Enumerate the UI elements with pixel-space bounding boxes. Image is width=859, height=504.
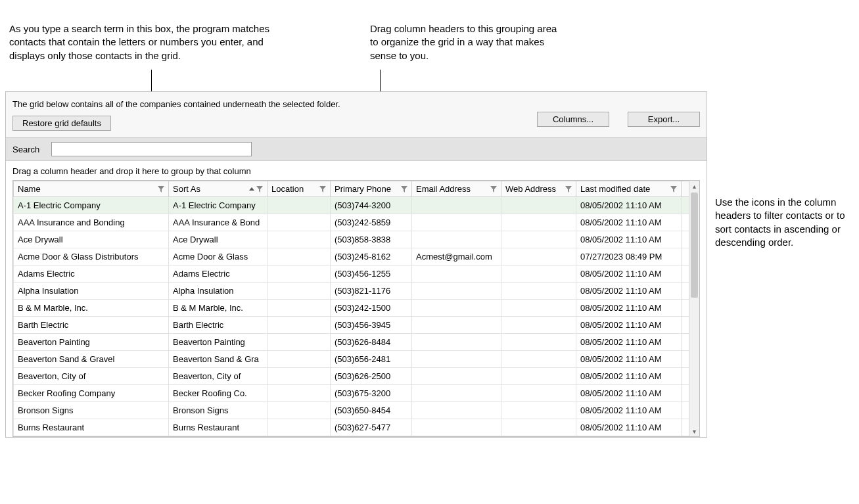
cell-name[interactable]: Acme Door & Glass Distributors — [14, 248, 169, 265]
export-button[interactable]: Export... — [628, 112, 700, 127]
cell-primary-phone[interactable]: (503)626-8484 — [331, 334, 412, 351]
cell-email[interactable] — [412, 231, 501, 248]
cell-email[interactable] — [412, 368, 501, 385]
table-row[interactable]: Beaverton Sand & GravelBeaverton Sand & … — [14, 351, 699, 368]
table-row[interactable]: Acme Door & Glass DistributorsAcme Door … — [14, 248, 699, 265]
cell-name[interactable]: A-1 Electric Company — [14, 197, 169, 214]
table-row[interactable]: Beaverton PaintingBeaverton Painting(503… — [14, 334, 699, 351]
cell-name[interactable]: Beaverton, City of — [14, 368, 169, 385]
cell-location[interactable] — [267, 317, 331, 334]
cell-sort-as[interactable]: Beaverton Sand & Gra — [169, 351, 267, 368]
cell-last-modified[interactable]: 08/05/2002 11:10 AM — [576, 334, 682, 351]
cell-last-modified[interactable]: 08/05/2002 11:10 AM — [576, 317, 682, 334]
cell-email[interactable] — [412, 214, 501, 231]
cell-primary-phone[interactable]: (503)744-3200 — [331, 197, 412, 214]
table-row[interactable]: B & M Marble, Inc.B & M Marble, Inc.(503… — [14, 300, 699, 317]
cell-name[interactable]: Alpha Insulation — [14, 283, 169, 300]
cell-name[interactable]: Bronson Signs — [14, 402, 169, 419]
cell-last-modified[interactable]: 08/05/2002 11:10 AM — [576, 419, 682, 436]
scroll-thumb[interactable] — [691, 193, 698, 298]
cell-web[interactable] — [501, 368, 576, 385]
cell-primary-phone[interactable]: (503)627-5477 — [331, 419, 412, 436]
cell-sort-as[interactable]: Acme Door & Glass — [169, 248, 267, 265]
cell-primary-phone[interactable]: (503)626-2500 — [331, 368, 412, 385]
cell-sort-as[interactable]: Beaverton, City of — [169, 368, 267, 385]
cell-sort-as[interactable]: Bronson Signs — [169, 402, 267, 419]
cell-email[interactable] — [412, 283, 501, 300]
cell-last-modified[interactable]: 08/05/2002 11:10 AM — [576, 197, 682, 214]
group-by-drop-area[interactable]: Drag a column header and drop it here to… — [6, 161, 707, 180]
column-header-primary-phone[interactable]: Primary Phone — [331, 181, 412, 197]
cell-name[interactable]: Beaverton Painting — [14, 334, 169, 351]
cell-sort-as[interactable]: Alpha Insulation — [169, 283, 267, 300]
cell-name[interactable]: Ace Drywall — [14, 231, 169, 248]
cell-location[interactable] — [267, 351, 331, 368]
cell-name[interactable]: Beaverton Sand & Gravel — [14, 351, 169, 368]
columns-button[interactable]: Columns... — [537, 112, 609, 127]
cell-web[interactable] — [501, 283, 576, 300]
filter-icon[interactable] — [319, 186, 326, 193]
cell-primary-phone[interactable]: (503)675-3200 — [331, 385, 412, 402]
cell-location[interactable] — [267, 402, 331, 419]
cell-email[interactable] — [412, 385, 501, 402]
cell-web[interactable] — [501, 300, 576, 317]
cell-location[interactable] — [267, 197, 331, 214]
cell-sort-as[interactable]: Burns Restaurant — [169, 419, 267, 436]
cell-location[interactable] — [267, 248, 331, 265]
cell-email[interactable] — [412, 334, 501, 351]
cell-email[interactable] — [412, 265, 501, 283]
cell-email[interactable]: Acmest@gmail.com — [412, 248, 501, 265]
cell-name[interactable]: AAA Insurance and Bonding — [14, 214, 169, 231]
vertical-scrollbar[interactable]: ▴ ▾ — [689, 181, 699, 436]
cell-sort-as[interactable]: Barth Electric — [169, 317, 267, 334]
cell-name[interactable]: B & M Marble, Inc. — [14, 300, 169, 317]
contacts-grid[interactable]: Name Sort As — [13, 181, 699, 436]
cell-email[interactable] — [412, 197, 501, 214]
table-row[interactable]: A-1 Electric CompanyA-1 Electric Company… — [14, 197, 699, 214]
table-row[interactable]: Adams ElectricAdams Electric(503)456-125… — [14, 265, 699, 283]
cell-last-modified[interactable]: 07/27/2023 08:49 PM — [576, 248, 682, 265]
cell-location[interactable] — [267, 385, 331, 402]
table-row[interactable]: Burns RestaurantBurns Restaurant(503)627… — [14, 419, 699, 436]
filter-icon[interactable] — [490, 186, 497, 193]
column-header-email[interactable]: Email Address — [412, 181, 501, 197]
cell-primary-phone[interactable]: (503)456-3945 — [331, 317, 412, 334]
cell-primary-phone[interactable]: (503)656-2481 — [331, 351, 412, 368]
table-row[interactable]: Beaverton, City ofBeaverton, City of(503… — [14, 368, 699, 385]
cell-sort-as[interactable]: AAA Insurance & Bond — [169, 214, 267, 231]
column-header-location[interactable]: Location — [267, 181, 331, 197]
cell-name[interactable]: Adams Electric — [14, 265, 169, 283]
cell-location[interactable] — [267, 214, 331, 231]
cell-last-modified[interactable]: 08/05/2002 11:10 AM — [576, 214, 682, 231]
filter-icon[interactable] — [256, 186, 263, 193]
cell-last-modified[interactable]: 08/05/2002 11:10 AM — [576, 231, 682, 248]
cell-name[interactable]: Barth Electric — [14, 317, 169, 334]
cell-primary-phone[interactable]: (503)245-8162 — [331, 248, 412, 265]
cell-last-modified[interactable]: 08/05/2002 11:10 AM — [576, 283, 682, 300]
cell-name[interactable]: Burns Restaurant — [14, 419, 169, 436]
cell-primary-phone[interactable]: (503)650-8454 — [331, 402, 412, 419]
filter-icon[interactable] — [670, 186, 677, 193]
cell-last-modified[interactable]: 08/05/2002 11:10 AM — [576, 402, 682, 419]
cell-sort-as[interactable]: A-1 Electric Company — [169, 197, 267, 214]
cell-web[interactable] — [501, 351, 576, 368]
cell-name[interactable]: Becker Roofing Company — [14, 385, 169, 402]
table-row[interactable]: Bronson SignsBronson Signs(503)650-84540… — [14, 402, 699, 419]
cell-web[interactable] — [501, 231, 576, 248]
cell-email[interactable] — [412, 300, 501, 317]
cell-location[interactable] — [267, 419, 331, 436]
cell-web[interactable] — [501, 419, 576, 436]
column-header-last-modified[interactable]: Last modified date — [576, 181, 682, 197]
cell-primary-phone[interactable]: (503)242-1500 — [331, 300, 412, 317]
cell-web[interactable] — [501, 197, 576, 214]
filter-icon[interactable] — [401, 186, 407, 193]
search-input[interactable] — [51, 142, 252, 156]
cell-last-modified[interactable]: 08/05/2002 11:10 AM — [576, 385, 682, 402]
cell-primary-phone[interactable]: (503)242-5859 — [331, 214, 412, 231]
column-header-sort-as[interactable]: Sort As — [169, 181, 267, 197]
cell-sort-as[interactable]: Adams Electric — [169, 265, 267, 283]
table-row[interactable]: Ace DrywallAce Drywall(503)858-383808/05… — [14, 231, 699, 248]
cell-web[interactable] — [501, 214, 576, 231]
scroll-down-icon[interactable]: ▾ — [689, 426, 699, 436]
cell-last-modified[interactable]: 08/05/2002 11:10 AM — [576, 265, 682, 283]
